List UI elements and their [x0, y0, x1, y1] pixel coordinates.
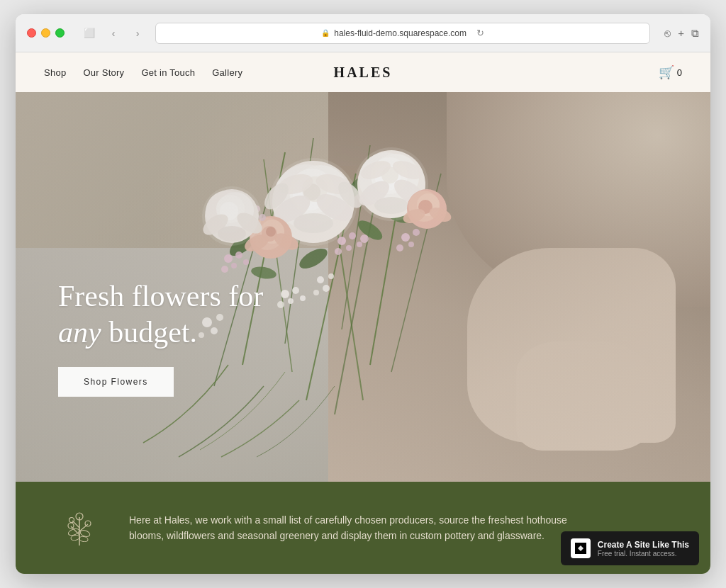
svg-point-87	[317, 276, 324, 283]
banner-title: Create A Site Like This	[598, 540, 689, 550]
shop-flowers-button[interactable]: Shop Flowers	[58, 367, 174, 397]
svg-point-64	[243, 259, 249, 265]
svg-point-75	[413, 229, 420, 236]
site-nav: Shop Our Story Get in Touch Gallery HALE…	[16, 52, 710, 92]
hero-text-block: Fresh flowers for any budget. Shop Flowe…	[58, 278, 263, 397]
svg-point-78	[281, 290, 289, 298]
address-bar[interactable]: 🔒 hales-fluid-demo.squarespace.com ↻	[155, 23, 650, 44]
hero-headline-italic: any	[58, 316, 101, 349]
svg-point-60	[224, 254, 233, 263]
forward-button[interactable]: ›	[128, 24, 147, 43]
sidebar-toggle-button[interactable]: ⬜	[80, 24, 99, 43]
browser-nav: ⬜ ‹ ›	[77, 24, 147, 43]
svg-point-88	[328, 273, 334, 279]
tab-overview-button[interactable]: ⧉	[691, 27, 699, 40]
svg-point-68	[335, 248, 342, 255]
svg-point-80	[288, 298, 294, 304]
hero-section: Fresh flowers for any budget. Shop Flowe…	[16, 92, 710, 482]
create-site-banner[interactable]: Create A Site Like This Free trial. Inst…	[561, 531, 699, 565]
svg-point-70	[360, 234, 369, 243]
svg-point-90	[313, 290, 319, 295]
nav-get-in-touch[interactable]: Get in Touch	[141, 67, 195, 78]
bottom-section: Here at Hales, we work with a small list…	[16, 482, 710, 574]
svg-point-82	[300, 295, 306, 301]
svg-point-105	[68, 523, 74, 528]
new-tab-button[interactable]: +	[678, 27, 684, 39]
nav-our-story[interactable]: Our Story	[83, 67, 124, 78]
website-content: Shop Our Story Get in Touch Gallery HALE…	[16, 52, 710, 574]
url-text: hales-fluid-demo.squarespace.com	[334, 28, 467, 38]
svg-point-67	[346, 245, 352, 251]
minimize-button[interactable]	[41, 28, 50, 38]
svg-point-106	[85, 521, 91, 526]
svg-point-61	[235, 251, 242, 259]
browser-window: ⬜ ‹ › 🔒 hales-fluid-demo.squarespace.com…	[16, 14, 710, 574]
share-button[interactable]: ⎋	[664, 27, 671, 39]
banner-subtitle: Free trial. Instant access.	[598, 550, 689, 558]
svg-point-74	[401, 233, 410, 242]
squarespace-icon	[571, 538, 591, 558]
lock-icon: 🔒	[321, 29, 330, 37]
back-button[interactable]: ‹	[104, 24, 123, 43]
nav-gallery[interactable]: Gallery	[212, 67, 242, 78]
svg-point-77	[396, 244, 403, 251]
svg-point-51	[266, 227, 276, 237]
svg-point-14	[296, 244, 330, 272]
hero-headline-line1: Fresh flowers for	[58, 280, 263, 312]
svg-point-44	[374, 197, 408, 214]
svg-point-30	[294, 213, 333, 233]
hero-headline: Fresh flowers for any budget.	[58, 278, 263, 350]
hero-headline-rest: budget.	[101, 316, 197, 349]
svg-point-63	[221, 266, 228, 273]
browser-actions: ⎋ + ⧉	[664, 27, 699, 40]
svg-point-65	[337, 237, 346, 245]
svg-point-99	[218, 226, 246, 242]
svg-point-69	[357, 242, 362, 247]
svg-point-13	[354, 217, 385, 244]
svg-point-81	[277, 301, 284, 308]
fullscreen-button[interactable]	[55, 28, 65, 38]
svg-point-76	[408, 242, 414, 247]
bottom-description: Here at Hales, we work with a small list…	[129, 512, 569, 544]
reload-button[interactable]: ↻	[476, 28, 484, 38]
cart-icon: 🛒	[659, 64, 674, 80]
traffic-lights	[27, 28, 65, 38]
svg-point-107	[69, 518, 74, 523]
svg-line-101	[71, 526, 79, 535]
svg-point-62	[231, 263, 237, 268]
svg-point-79	[292, 287, 299, 294]
svg-point-89	[323, 285, 330, 292]
browser-chrome: ⬜ ‹ › 🔒 hales-fluid-demo.squarespace.com…	[16, 14, 710, 52]
cart-count: 0	[677, 67, 682, 78]
cart-button[interactable]: 🛒 0	[659, 64, 682, 80]
close-button[interactable]	[27, 28, 36, 38]
banner-text: Create A Site Like This Free trial. Inst…	[598, 540, 689, 558]
botanical-icon	[58, 507, 101, 549]
nav-links: Shop Our Story Get in Touch Gallery	[44, 67, 242, 78]
nav-shop[interactable]: Shop	[44, 67, 66, 78]
site-logo[interactable]: HALES	[334, 64, 393, 81]
svg-point-66	[349, 232, 356, 239]
